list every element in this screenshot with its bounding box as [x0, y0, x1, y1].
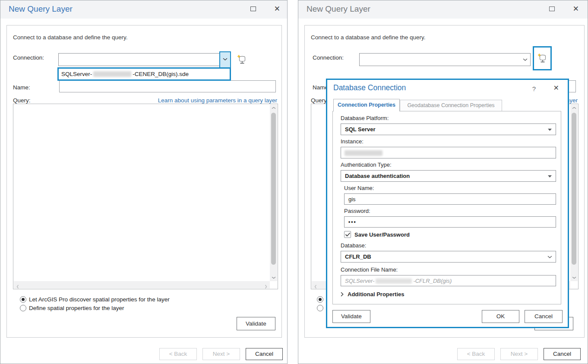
authentication-type-select[interactable]: Database authentication: [341, 170, 556, 182]
window-title: New Query Layer: [307, 4, 370, 14]
chevron-right-icon: [341, 292, 344, 297]
tab-connection-properties[interactable]: Connection Properties: [333, 99, 400, 111]
file-name-prefix: SQLServer-: [345, 278, 374, 284]
scroll-right-icon[interactable]: [265, 283, 267, 291]
connection-combobox[interactable]: [359, 53, 531, 66]
new-database-connection-icon: [237, 54, 247, 65]
database-label: Database:: [341, 242, 366, 249]
file-name-suffix: -CFLR_DB(gis): [413, 278, 452, 284]
connection-file-name-label: Connection File Name:: [341, 266, 398, 273]
connection-properties-panel: Database Platform: SQL Server Instance: …: [332, 111, 561, 304]
titlebar[interactable]: New Query Layer ✕: [298, 0, 588, 19]
maximize-icon[interactable]: [549, 6, 555, 11]
dialog-title: Database Connection: [333, 83, 406, 92]
connection-dropdown-button[interactable]: [521, 54, 529, 65]
additional-properties-label: Additional Properties: [348, 291, 404, 298]
scroll-down-icon[interactable]: [570, 276, 578, 279]
screenshot-stage: New Query Layer ✕ Connect to a database …: [0, 0, 588, 364]
scroll-up-icon[interactable]: [270, 107, 277, 109]
scroll-left-icon[interactable]: [16, 283, 19, 291]
database-select[interactable]: CFLR_DB: [341, 251, 556, 263]
password-input[interactable]: •••: [344, 216, 556, 228]
save-user-password-checkbox[interactable]: [344, 231, 351, 238]
dropdown-item-prefix: SQLServer-: [61, 71, 92, 77]
panel-subtitle: Connect to a database and define the que…: [311, 34, 425, 41]
database-value: CFLR_DB: [345, 253, 371, 260]
radio-define-spatial[interactable]: [20, 305, 26, 311]
tab-geodatabase-connection-properties[interactable]: Geodatabase Connection Properties: [400, 100, 502, 111]
cancel-button[interactable]: Cancel: [246, 348, 283, 360]
back-button[interactable]: < Back: [457, 348, 495, 360]
titlebar[interactable]: New Query Layer ✕: [0, 0, 287, 19]
vertical-scrollbar[interactable]: [270, 104, 277, 281]
panel-subtitle: Connect to a database and define the que…: [13, 34, 127, 41]
chevron-down-icon: [523, 58, 528, 61]
wizard-panel: Connect to a database and define the que…: [6, 25, 282, 338]
cancel-button[interactable]: Cancel: [544, 348, 581, 360]
scroll-up-icon[interactable]: [570, 107, 578, 109]
radio-discover-spatial[interactable]: [317, 296, 323, 303]
additional-properties-expander[interactable]: Additional Properties: [341, 291, 404, 298]
name-input[interactable]: [59, 80, 276, 92]
dropdown-arrow-icon: [548, 129, 552, 131]
next-button[interactable]: Next >: [202, 348, 240, 360]
close-icon[interactable]: ✕: [274, 4, 280, 13]
new-query-layer-window-left: New Query Layer ✕ Connect to a database …: [0, 0, 288, 364]
radio-define-label: Define spatial properties for the layer: [29, 305, 124, 311]
query-textarea[interactable]: [13, 104, 278, 289]
redacted-file-server: [376, 279, 412, 284]
redacted-server-name: [93, 71, 131, 77]
new-database-connection-icon: [537, 53, 547, 63]
instance-input[interactable]: [341, 147, 556, 158]
checkmark-icon: [345, 233, 350, 237]
connection-label: Connection:: [313, 54, 344, 61]
dropdown-arrow-icon: [548, 175, 552, 177]
connection-file-name-value: SQLServer--CFLR_DB(gis): [345, 278, 452, 285]
cancel-button[interactable]: Cancel: [525, 310, 563, 323]
database-connection-dialog: Database Connection ? ✕ Connection Prope…: [326, 79, 569, 328]
password-label: Password:: [344, 208, 370, 214]
database-platform-value: SQL Server: [345, 126, 376, 133]
radio-discover-spatial[interactable]: [20, 296, 26, 303]
scroll-left-icon[interactable]: [314, 283, 317, 291]
maximize-icon[interactable]: [250, 6, 256, 11]
validate-button[interactable]: Validate: [237, 317, 275, 330]
password-value: •••: [348, 219, 357, 225]
name-label: Name:: [13, 84, 30, 91]
learn-parameters-link[interactable]: Learn about using parameters in a query …: [158, 97, 277, 104]
authentication-type-value: Database authentication: [345, 173, 410, 179]
new-database-connection-button[interactable]: [533, 46, 552, 70]
database-platform-label: Database Platform:: [341, 115, 389, 121]
user-name-value: gis: [348, 196, 356, 203]
user-name-input[interactable]: gis: [344, 193, 556, 205]
close-icon[interactable]: ✕: [573, 4, 579, 13]
connection-file-name-input[interactable]: SQLServer--CFLR_DB(gis): [341, 275, 556, 286]
save-user-password-label: Save User/Password: [354, 231, 410, 238]
scrollbar-thumb[interactable]: [271, 113, 276, 265]
dropdown-item-suffix: -CENER_DB(gis).sde: [133, 71, 189, 77]
radio-discover-label: Let ArcGIS Pro discover spatial properti…: [29, 296, 170, 303]
ok-button[interactable]: OK: [482, 310, 519, 323]
scrollbar-thumb[interactable]: [572, 113, 576, 265]
new-database-connection-button[interactable]: [236, 54, 248, 66]
next-button[interactable]: Next >: [500, 348, 538, 360]
query-label: Query:: [13, 97, 31, 104]
connection-label: Connection:: [13, 54, 44, 61]
vertical-scrollbar[interactable]: [570, 104, 578, 281]
close-icon[interactable]: ✕: [553, 84, 559, 92]
horizontal-scrollbar[interactable]: [14, 281, 270, 288]
chevron-down-icon: [547, 256, 552, 259]
radio-define-spatial[interactable]: [317, 305, 323, 311]
connection-dropdown-list: SQLServer--CENER_DB(gis).sde: [57, 67, 231, 81]
instance-label: Instance:: [341, 138, 364, 145]
user-name-label: User Name:: [344, 185, 374, 191]
scroll-down-icon[interactable]: [270, 276, 277, 279]
window-title: New Query Layer: [9, 4, 73, 14]
connection-dropdown-item[interactable]: SQLServer--CENER_DB(gis).sde: [59, 69, 230, 79]
help-icon[interactable]: ?: [532, 85, 536, 92]
authentication-type-label: Authentication Type:: [341, 161, 392, 168]
validate-button[interactable]: Validate: [332, 310, 370, 323]
connection-combobox[interactable]: [58, 53, 231, 66]
database-platform-select[interactable]: SQL Server: [341, 123, 556, 135]
back-button[interactable]: < Back: [159, 348, 197, 360]
